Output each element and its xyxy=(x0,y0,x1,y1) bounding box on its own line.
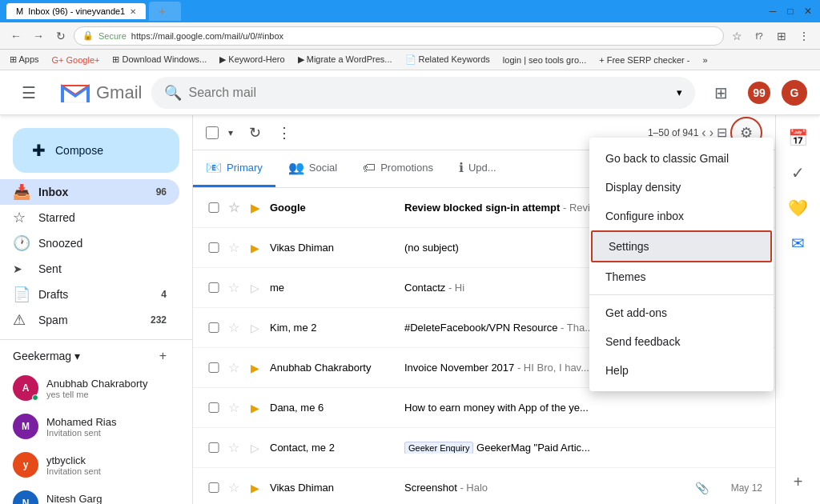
mohamed-sub: Invitation sent xyxy=(46,428,116,438)
tab-social[interactable]: 👥 Social xyxy=(275,150,350,187)
get-addons-item[interactable]: Get add-ons xyxy=(589,298,774,327)
google-plus-bookmark[interactable]: G+ Google+ xyxy=(49,54,103,66)
add-contact-icon[interactable]: + xyxy=(159,349,167,363)
important-icon[interactable]: ▶ xyxy=(251,202,263,214)
user-avatar[interactable]: G xyxy=(782,80,807,106)
sidebar-user-geekermag[interactable]: Geekermag ▾ + xyxy=(0,343,179,369)
add-sidebar-button[interactable]: + xyxy=(782,466,814,498)
table-row[interactable]: ☆ ▶ Vikas Dhiman Screenshot - Halo 📎 May… xyxy=(193,468,775,504)
search-bar[interactable]: 🔍 ▾ xyxy=(151,77,695,109)
email-checkbox[interactable] xyxy=(206,362,222,373)
sidebar-item-drafts[interactable]: 📄 Drafts 4 xyxy=(0,282,179,307)
menu-icon[interactable]: ⋮ xyxy=(794,26,814,46)
email-checkbox[interactable] xyxy=(206,402,222,413)
email-sender: Vikas Dhiman xyxy=(270,482,398,494)
serp-checker-bookmark[interactable]: + Free SERP checker - xyxy=(596,54,693,66)
search-input[interactable] xyxy=(188,86,670,100)
display-density-item[interactable]: Display density xyxy=(589,173,774,202)
email-checkbox[interactable] xyxy=(206,202,222,213)
sidebar-item-starred[interactable]: ☆ Starred xyxy=(0,205,179,230)
sidebar-item-sent[interactable]: ➤ Sent xyxy=(0,256,179,282)
send-feedback-item[interactable]: Send feedback xyxy=(589,327,774,356)
email-checkbox[interactable] xyxy=(206,282,222,293)
windows-bookmark[interactable]: ⊞ Download Windows... xyxy=(109,53,210,66)
menu-toggle-button[interactable]: ☰ xyxy=(13,77,45,109)
help-item[interactable]: Help xyxy=(589,356,774,385)
go-classic-item[interactable]: Go back to classic Gmail xyxy=(589,144,774,173)
calendar-sidebar-button[interactable]: 📅 xyxy=(782,122,814,154)
sidebar-item-inbox[interactable]: 📥 Inbox 96 xyxy=(0,179,179,205)
wordpress-bookmark[interactable]: ▶ Migrate a WordPres... xyxy=(295,53,396,66)
important-icon[interactable]: ▷ xyxy=(251,322,263,334)
table-row[interactable]: ☆ ▶ Dana, me 6 How to earn money with Ap… xyxy=(193,388,775,428)
important-icon[interactable]: ▶ xyxy=(251,242,263,254)
sidebar-user-mohamed[interactable]: M Mohamed Rias Invitation sent xyxy=(0,407,192,446)
star-icon[interactable]: ☆ xyxy=(228,200,244,215)
star-icon[interactable]: ☆ xyxy=(228,320,244,335)
sidebar-user-ytbyclick[interactable]: y ytbyclick Invitation sent xyxy=(0,446,192,484)
settings-item[interactable]: Settings xyxy=(591,230,772,262)
back-button[interactable]: ← xyxy=(6,26,26,46)
more-bookmarks[interactable]: » xyxy=(699,54,710,66)
refresh-button[interactable]: ↻ xyxy=(243,121,267,145)
maximize-button[interactable]: □ xyxy=(785,6,796,17)
apps-grid-button[interactable]: ⊞ xyxy=(705,77,737,109)
star-icon[interactable]: ☆ xyxy=(228,280,244,295)
bookmark-icon[interactable]: ☆ xyxy=(727,26,746,46)
active-tab[interactable]: M Inbox (96) - vineyvande1 ✕ xyxy=(6,3,146,19)
nitesh-name: Nitesh Garg xyxy=(46,493,102,505)
email-checkbox[interactable] xyxy=(206,322,222,333)
close-button[interactable]: ✕ xyxy=(802,6,814,17)
important-icon[interactable]: ▶ xyxy=(251,482,263,494)
more-actions-button[interactable]: ⋮ xyxy=(271,121,298,145)
important-icon[interactable]: ▷ xyxy=(251,442,263,454)
minimize-button[interactable]: ─ xyxy=(767,6,778,17)
related-keywords-bookmark[interactable]: 📄 Related Keywords xyxy=(402,53,493,66)
tab-updates[interactable]: ℹ Upd... xyxy=(446,150,509,187)
star-icon[interactable]: ☆ xyxy=(228,240,244,255)
tab-primary[interactable]: 📧 Primary xyxy=(193,150,275,187)
ytbyclick-info: ytbyclick Invitation sent xyxy=(46,454,101,476)
seo-tools-bookmark[interactable]: login | seo tools gro... xyxy=(500,54,589,66)
sidebar-user-anubhab[interactable]: A Anubhab Chakraborty yes tell me xyxy=(0,369,192,407)
configure-inbox-item[interactable]: Configure inbox xyxy=(589,202,774,230)
star-icon[interactable]: ☆ xyxy=(228,440,244,455)
email-checkbox[interactable] xyxy=(206,482,222,493)
important-icon[interactable]: ▷ xyxy=(251,282,263,294)
reload-button[interactable]: ↻ xyxy=(51,26,70,46)
forward-button[interactable]: → xyxy=(29,26,48,46)
address-bar[interactable]: 🔒 Secure https://mail.google.com/mail/u/… xyxy=(74,26,724,46)
sidebar-item-spam[interactable]: ⚠ Spam 232 xyxy=(0,307,179,333)
table-row[interactable]: ☆ ▷ Contact, me 2 Geeker Enquiry GeekerM… xyxy=(193,428,775,468)
contacts-sidebar-button[interactable]: ✉ xyxy=(782,227,814,259)
anubhab-info: Anubhab Chakraborty yes tell me xyxy=(46,378,147,399)
important-icon[interactable]: ▶ xyxy=(251,402,263,414)
tasks-sidebar-button[interactable]: ✓ xyxy=(782,157,814,189)
important-icon[interactable]: ▶ xyxy=(251,362,263,374)
apps-bookmark[interactable]: ⊞ Apps xyxy=(6,53,42,66)
star-icon[interactable]: ☆ xyxy=(228,360,244,375)
sidebar-item-snoozed[interactable]: 🕐 Snoozed xyxy=(0,230,179,256)
tab-promotions[interactable]: 🏷 Promotions xyxy=(350,150,446,187)
select-all-checkbox[interactable] xyxy=(206,126,219,139)
compose-button[interactable]: ✚ Compose xyxy=(13,128,179,173)
sidebar-user-nitesh[interactable]: N Nitesh Garg You: (y) xyxy=(0,484,192,504)
email-checkbox[interactable] xyxy=(206,442,222,453)
themes-item[interactable]: Themes xyxy=(589,262,774,291)
star-icon[interactable]: ☆ xyxy=(228,480,244,495)
keep-sidebar-button[interactable]: 💛 xyxy=(782,192,814,224)
user-avatar-wrap: A xyxy=(13,375,38,401)
social-tab-icon: 👥 xyxy=(288,160,304,175)
keyword-hero-bookmark[interactable]: ▶ Keyword-Hero xyxy=(216,53,287,66)
email-checkbox[interactable] xyxy=(206,242,222,253)
select-dropdown-button[interactable]: ▾ xyxy=(222,124,239,142)
extensions-icon[interactable]: ⊞ xyxy=(772,26,791,46)
spam-label: Spam xyxy=(38,314,151,326)
tab-close-icon[interactable]: ✕ xyxy=(130,7,136,16)
new-tab[interactable]: + xyxy=(149,2,181,21)
reader-mode-icon[interactable]: f? xyxy=(750,26,769,46)
inbox-label: Inbox xyxy=(38,186,156,198)
star-icon[interactable]: ☆ xyxy=(228,400,244,415)
search-dropdown-icon[interactable]: ▾ xyxy=(677,86,682,98)
notifications-button[interactable]: 99 xyxy=(743,77,775,109)
